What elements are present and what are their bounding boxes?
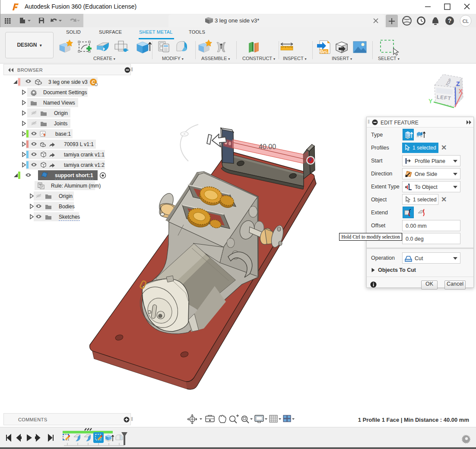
svg-text:X: X [459,88,463,95]
svg-text:?: ? [448,17,452,24]
svg-text:Y: Y [428,98,433,105]
svg-text:40.00: 40.00 [259,143,276,150]
svg-text:CL: CL [463,19,469,24]
svg-text:Z: Z [456,80,460,87]
